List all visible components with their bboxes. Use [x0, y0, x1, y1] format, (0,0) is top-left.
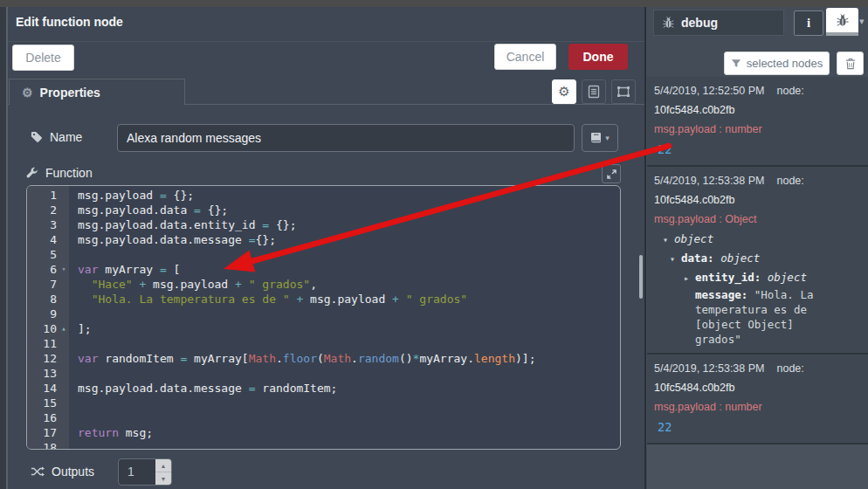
code-line: 12var randomItem = myArray[Math.floor(Ma…: [27, 351, 620, 366]
outputs-stepper[interactable]: 1 ▲ ▼: [118, 458, 172, 486]
code-line: 11: [27, 336, 620, 351]
done-button[interactable]: Done: [568, 44, 628, 70]
debug-node-label: node:: [776, 175, 803, 187]
tab-button-description[interactable]: [582, 79, 606, 104]
code-line: 16: [27, 410, 620, 425]
code-line: 15: [27, 396, 620, 410]
bug-icon: [837, 14, 849, 27]
stepper-down-icon[interactable]: ▼: [155, 472, 171, 485]
debug-tree-row[interactable]: ▸entity_id: object: [654, 268, 861, 287]
tab-button-properties[interactable]: ⚙: [552, 79, 576, 104]
line-number: 12: [27, 351, 69, 366]
expand-editor-button[interactable]: [602, 164, 621, 183]
debug-toolbar: selected nodes: [646, 40, 868, 77]
line-number: 2: [27, 203, 69, 217]
stepper-up-icon[interactable]: ▲: [155, 459, 171, 472]
debug-message-meta: 5/4/2019, 12:52:50 PMnode:: [654, 81, 861, 100]
line-number: 4: [27, 232, 69, 247]
debug-node-label: node:: [776, 85, 803, 97]
debug-sidebar: debug i ▾ selected nodes: [644, 7, 868, 489]
debug-node-label: node:: [776, 362, 803, 375]
gear-icon: ⚙: [22, 86, 33, 100]
tree-caret-icon[interactable]: ▾: [670, 250, 681, 268]
divider: [8, 41, 644, 42]
debug-tree-row[interactable]: ▾data: object: [654, 249, 861, 268]
workspace-top-strip: [0, 0, 868, 7]
node-red-screen: Edit function node Delete Cancel Done ⚙ …: [0, 0, 868, 489]
stepper-buttons[interactable]: ▲ ▼: [155, 459, 171, 485]
tab-properties[interactable]: ⚙ Properties: [9, 79, 185, 105]
code-text: msg.payload.data.entity_id = {};: [69, 217, 296, 232]
code-line: 2msg.payload.data = {};: [27, 203, 620, 217]
line-number: 1: [27, 188, 69, 203]
debug-timestamp: 5/4/2019, 12:53:38 PM: [654, 362, 764, 375]
debug-message[interactable]: 5/4/2019, 12:53:38 PMnode:10fc5484.c0b2f…: [647, 167, 868, 355]
delete-button[interactable]: Delete: [12, 45, 74, 71]
line-number: 17: [27, 425, 69, 440]
code-line: 13: [27, 366, 620, 381]
tree-value: object: [768, 271, 807, 284]
outputs-field-label: Outputs: [31, 465, 94, 479]
line-number: 5: [27, 247, 69, 262]
code-line: 5: [27, 247, 620, 262]
code-text: var myArray = [: [69, 262, 180, 277]
trash-icon: [845, 58, 856, 70]
debug-node-id: 10fc5484.c0b2fb: [654, 190, 861, 210]
fold-toggle-icon[interactable]: ▾: [59, 262, 69, 277]
tree-value: object: [674, 232, 713, 245]
fold-toggle-icon[interactable]: ▴: [59, 321, 69, 336]
tree-value: object: [720, 251, 760, 265]
code-line: 17return msg;: [27, 425, 620, 440]
book-icon: [590, 132, 602, 144]
tree-key: message:: [695, 288, 754, 301]
debug-tree-row[interactable]: ▾object: [654, 230, 861, 249]
gear-icon: ⚙: [558, 84, 569, 100]
line-number: 15: [27, 396, 69, 410]
code-area[interactable]: 1msg.payload = {};2msg.payload.data = {}…: [27, 188, 620, 450]
cancel-button[interactable]: Cancel: [494, 44, 556, 70]
code-text: [69, 247, 78, 262]
clear-debug-button[interactable]: [837, 52, 864, 75]
debug-message-meta: 5/4/2019, 12:53:38 PMnode:: [654, 359, 861, 378]
funnel-icon: [731, 59, 741, 68]
name-field-label: Name: [31, 130, 82, 144]
wrench-icon: [26, 167, 38, 179]
debug-message[interactable]: 5/4/2019, 12:52:50 PMnode:10fc5484.c0b2f…: [647, 77, 868, 167]
tray-scrollbar[interactable]: [639, 255, 643, 299]
tab-button-appearance[interactable]: [611, 79, 636, 104]
bug-icon: [663, 17, 674, 29]
code-line: 14msg.payload.data.message = randomItem;: [27, 381, 620, 396]
debug-message[interactable]: 5/4/2019, 12:53:38 PMnode:10fc5484.c0b2f…: [647, 355, 868, 444]
code-text: "Hace" + msg.payload + " grados",: [69, 277, 317, 292]
line-number: 9: [27, 306, 69, 321]
code-line: 8 "Hola. La temperatura es de " + msg.pa…: [27, 292, 620, 306]
chevron-down-icon: ▾: [605, 134, 610, 142]
code-text: ];: [69, 321, 92, 336]
code-text: msg.payload = {};: [69, 188, 194, 203]
info-icon: i: [807, 16, 810, 31]
debug-payload-value: 22: [654, 417, 861, 437]
tree-caret-icon[interactable]: ▸: [684, 269, 695, 287]
code-line: 6▾var myArray = [: [27, 262, 620, 277]
code-text: var randomItem = myArray[Math.floor(Math…: [69, 351, 535, 366]
debug-tab-button-active[interactable]: [826, 8, 858, 36]
code-text: msg.payload.data = {};: [69, 203, 228, 217]
code-editor[interactable]: 1msg.payload = {};2msg.payload.data = {}…: [26, 185, 621, 450]
info-tab-button[interactable]: i: [794, 10, 823, 36]
tab-properties-label: Properties: [40, 86, 100, 100]
code-line: 4msg.payload.data.message ={};: [27, 232, 620, 247]
tree-key: entity_id:: [695, 271, 768, 284]
debug-message-list[interactable]: 5/4/2019, 12:52:50 PMnode:10fc5484.c0b2f…: [647, 77, 868, 489]
tab-debug[interactable]: debug: [653, 10, 784, 36]
sidebar-menu-caret[interactable]: ▾: [859, 16, 865, 27]
debug-message-meta: 5/4/2019, 12:53:38 PMnode:: [654, 171, 861, 190]
debug-timestamp: 5/4/2019, 12:52:50 PM: [654, 85, 764, 97]
shuffle-icon: [31, 466, 45, 477]
library-button[interactable]: ▾: [582, 124, 618, 152]
debug-payload-type: msg.payload : number: [654, 397, 861, 417]
tree-caret-icon[interactable]: ▾: [663, 231, 674, 249]
filter-selected-nodes-button[interactable]: selected nodes: [724, 52, 830, 75]
outputs-value: 1: [119, 459, 155, 485]
code-text: return msg;: [69, 425, 153, 440]
name-input[interactable]: [117, 124, 575, 152]
